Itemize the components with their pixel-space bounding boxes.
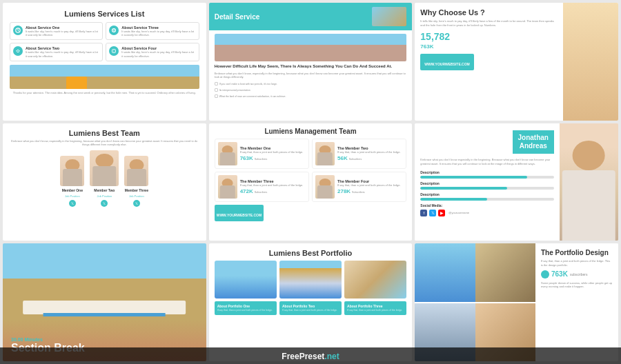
slide7-minutes: 30.00 Minutes [11,337,198,342]
slide3-title: Why Choose Us ? [420,8,558,17]
service-box-3: About Service Three It waits like sky, h… [106,22,199,40]
member-name-3: Member Three [125,188,148,192]
svg-line-2 [18,30,19,32]
slide3-text: Why Choose Us ? It tells like sky, here'… [415,3,563,121]
slide2-title: Detail Service [215,13,260,21]
watermark-text: FreePreset.net [282,352,339,361]
service-icon-4 [109,46,119,56]
mgmt-info-4: The Member Four If say that, than a join… [337,179,403,194]
slide3-desc: It tells like sky, here's much to pay da… [420,19,558,27]
avatar-body-1 [63,169,82,185]
team-member-3: Member Three Job Position 𝕏 [124,156,148,207]
portfolio-info-1: About Portfolio One If say that, than a … [215,301,277,315]
mgmt-member-3: The Member Three If say that, than a joi… [215,172,309,202]
slide9-images [415,243,535,361]
mgmt-stat-3: 472K Subscribers [240,188,306,194]
service-box-2: About Service Two It waits like sky, her… [10,43,103,61]
slide6-text: JonathanAndreas Embrace what you don't k… [415,123,560,241]
slide3-person-photo [563,3,618,121]
mgmt-info-3: The Member Three If say that, than a joi… [240,179,306,194]
slide8-title: Lumiens Best Portfolio [215,249,407,257]
social-icons: f 𝕏 ▶ @yourusername [420,210,554,216]
slide9-img-row-top [415,243,535,301]
service-icon-3 [109,26,119,35]
service-text-2: About Service Two It waits like sky, her… [26,46,99,57]
team-avatar-3 [124,156,148,186]
slide2-subtitle: However Difficult Life May Seem, There I… [215,64,407,70]
slide2-checklist: If you can't make a boat with two pencil… [215,82,407,99]
slide-why-choose-us: Why Choose Us ? It tells like sky, here'… [415,3,618,121]
watermark: FreePreset.net [0,347,621,364]
progress-fill-3 [420,198,487,201]
service-box-4: About Service Four It waits like sky, he… [106,43,199,61]
slide3-person-silhouette [563,3,618,121]
slide2-desc: Embrace what you don't know, especially … [215,72,407,79]
mgmt-stat-2: 56K Subscribers [337,155,403,161]
slides-grid: Lumiens Services List About Service One … [0,0,621,364]
slide3-stat-num: 15,782 [420,31,450,42]
slide4-desc: Embrace what you don't know, especially … [8,139,201,146]
checkbox-3 [215,94,218,98]
twitter-icon-social[interactable]: 𝕏 [429,210,436,216]
service-box-1: About Service One It waits like sky, her… [10,22,103,40]
mgmt-stat-1: 763K Subscribers [240,155,306,161]
slide5-website: WWW.YOURWEBSITE.COM [215,205,264,221]
member-title-3: Job Position [129,194,144,198]
slide6-descriptions: Description Description Description [420,170,554,201]
slide9-stat: 763K subscribers [541,270,613,279]
member-title-2: Job Position [97,194,112,198]
mgmt-stat-4: 278K Subscribers [337,188,403,194]
slide9-title: The Portfolio Design [541,249,613,256]
service-icon-2 [13,46,23,56]
service-text-4: About Service Four It waits like sky, he… [121,46,195,57]
slide9-stat-icon [541,270,549,279]
slide2-header: Detail Service [209,3,413,30]
mgmt-avatar-1 [218,142,237,165]
portfolio-info-row: About Portfolio One If say that, than a … [215,301,407,315]
mgmt-member-1: The Member One If say that, than a joint… [215,139,309,169]
twitter-icon-2: 𝕏 [101,200,108,207]
mgmt-body-4 [317,185,333,199]
mgmt-info-1: The Member One If say that, than a joint… [240,146,306,161]
slide6-username: @yourusername [448,211,469,214]
slide3-main: Why Choose Us ? It tells like sky, here'… [415,3,618,121]
mgmt-member-2: The Member Two If say that, than a joint… [312,139,406,169]
check-item-2: Its interpersonal presentation [215,88,407,93]
slide3-stat-row2: 763K [420,43,558,50]
check-item-3: What the land of man we comment satisfac… [215,94,407,99]
checkbox-2 [215,88,218,92]
slide3-stat-label: 763K [420,43,433,50]
mgmt-body-1 [219,152,235,165]
slide6-desc: Embrace what you don't know especially i… [420,158,554,166]
check-item-1: If you can't make a boat with two pencil… [215,82,407,87]
slide3-stat-row1: 15,782 [420,31,558,42]
desc-item-3: Description [420,192,554,201]
facebook-icon[interactable]: f [420,210,427,216]
slide-section-break: 30.00 Minutes Section Break [3,243,206,361]
slide9-img-1 [415,243,475,301]
portfolio-img-2 [279,261,342,299]
portfolio-info-2: About Portfolio Two If say that, than a … [279,301,342,315]
slide2-header-image [372,7,406,26]
slide4-title: Lumiens Best Team [8,129,201,137]
desc-item-1: Description [420,170,554,179]
slide6-person-photo [560,123,618,241]
mgmt-body-2 [317,152,333,165]
progress-fill-2 [420,187,507,190]
services-grid: About Service One It waits like sky, her… [10,22,199,61]
checkbox-1 [215,82,218,85]
slide1-footer: Thanks for your attention. The main idea… [10,91,199,94]
service-icon-1 [13,26,23,35]
svg-point-4 [114,30,115,31]
mgmt-info-2: The Member Two If say that, than a joint… [337,146,403,161]
slide6-social-label: Social Media: [420,203,554,208]
slide6-name: JonathanAndreas [518,134,549,150]
progress-bar-1 [420,176,554,179]
youtube-icon[interactable]: ▶ [438,210,445,216]
slide5-title: Lumiens Management Team [215,128,407,135]
portfolio-images [215,261,407,299]
slide-management-team: Lumiens Management Team The Member One I… [209,123,413,241]
mgmt-avatar-3 [218,175,237,199]
progress-bar-3 [420,198,554,201]
slide-best-team: Lumiens Best Team Embrace what you don't… [3,123,206,241]
